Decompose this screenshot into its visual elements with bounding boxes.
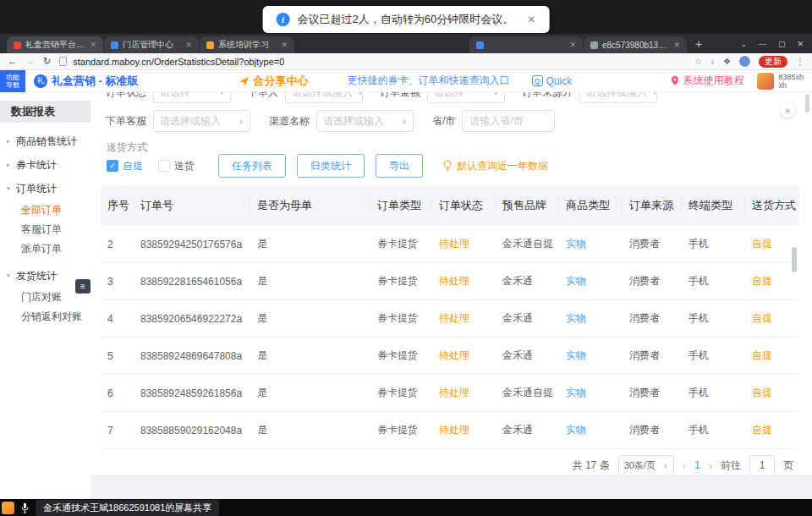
filter-expand-button[interactable]: » (780, 102, 795, 118)
table-row: 2 83859294250176576a 是 券卡提货 待处理 金禾通自提 实物… (101, 226, 799, 263)
download-icon[interactable]: ↓ (710, 57, 715, 66)
task-list-button[interactable]: 任务列表 (218, 154, 286, 178)
column-header-is-parent: 是否为母单 (250, 198, 370, 213)
cell-product-type-link[interactable]: 实物 (559, 386, 623, 400)
brand-logo-icon: 礼 (34, 74, 47, 88)
close-button[interactable]: ✕ (797, 40, 804, 48)
column-header-delivery: 送货方式 (745, 198, 795, 213)
share-icon (239, 75, 250, 86)
page-scrollbar-thumb[interactable] (805, 94, 809, 113)
current-page[interactable]: 1 (694, 459, 700, 471)
filter-label: 下单人 (248, 92, 278, 100)
tab-search-icon[interactable]: ⌄ (740, 40, 747, 48)
browser-tab[interactable]: 门店管理中心 ✕ (104, 36, 199, 53)
channel-name-select[interactable]: 请选择或输入 ∨ (316, 110, 414, 132)
minimize-button[interactable]: — (759, 40, 766, 48)
tab-close-icon[interactable]: ✕ (281, 41, 288, 49)
bulb-icon (442, 160, 453, 172)
column-header-terminal-type: 终端类型 (682, 198, 745, 213)
tab-close-icon[interactable]: ✕ (569, 41, 576, 49)
toast-close-icon[interactable]: ✕ (527, 14, 535, 25)
tab-close-icon[interactable]: ✕ (90, 41, 96, 49)
sidebar-item-order-stats[interactable]: ▾ 订单统计 (0, 177, 91, 200)
sidebar-item-dispatch-orders[interactable]: 派单订单 (0, 239, 91, 259)
reload-icon[interactable]: ↻ (43, 57, 51, 66)
goto-label: 前往 (721, 458, 741, 473)
total-count: 共 17 条 (573, 458, 610, 473)
share-center-link[interactable]: 合分享中心 (239, 74, 309, 89)
microphone-icon[interactable] (21, 502, 29, 513)
table-row: 7 83858859029162048a 是 券卡提货 待处理 金禾通 实物 消… (101, 412, 799, 449)
orders-table: 序号 订单号 是否为母单 订单类型 订单状态 预售品牌 商品类型 订单来源 终端… (101, 185, 799, 449)
maximize-button[interactable]: ▢ (778, 40, 786, 48)
page-size-select[interactable]: 30条/页 ∨ (618, 455, 674, 475)
filter-service-agent: 下单客服 请选择或输入 ∨ (106, 110, 250, 132)
function-nav-button[interactable]: 功能 导航 (0, 70, 25, 92)
cell-product-type-link[interactable]: 实物 (559, 311, 623, 326)
app-logo-icon (2, 502, 14, 514)
classified-stats-button[interactable]: 归类统计 (297, 154, 365, 178)
back-icon[interactable]: ← (8, 57, 17, 66)
cell-order-type: 券卡提货 (370, 386, 432, 400)
sidebar-item-rebate-reconciliation[interactable]: 分销返利对账 (0, 307, 91, 327)
bookmark-star-icon[interactable]: ☆ (694, 57, 702, 66)
browser-menu-icon[interactable]: ⋮ (796, 57, 804, 66)
table-row: 6 83858924859261856a 是 券卡提货 待处理 金禾通自提 实物… (101, 375, 799, 412)
goto-page-input[interactable] (749, 455, 775, 475)
system-tutorial-link[interactable]: 系统使用教程 (671, 74, 743, 88)
browser-tab[interactable]: ✕ (469, 36, 583, 53)
forward-icon[interactable]: → (25, 57, 35, 66)
meeting-top-bar: i 会议已超过2人，自动转为60分钟限时会议。 ✕ (0, 0, 812, 34)
province-city-input[interactable] (462, 110, 555, 132)
cell-product-type-link[interactable]: 实物 (559, 237, 623, 251)
new-tab-button[interactable]: + (695, 37, 702, 51)
cell-order-type: 券卡提货 (370, 237, 432, 251)
table-scrollbar-thumb[interactable] (792, 247, 797, 272)
select-placeholder: 请选择或输入 (160, 114, 221, 129)
cell-is-parent: 是 (250, 237, 370, 251)
chevron-down-icon: ∨ (239, 118, 244, 125)
user-info[interactable]: 8385xh xh (757, 73, 804, 90)
brand: 礼 礼盒营销 - 标准版 (34, 74, 139, 89)
cell-delivery: 自提 (745, 423, 795, 437)
sidebar-collapse-handle[interactable]: ≡ (75, 279, 91, 294)
order-source-select[interactable]: 请选择或输入 ∨ (579, 92, 657, 103)
select-placeholder: 请选择 (434, 92, 464, 100)
browser-profile-avatar[interactable] (739, 56, 750, 67)
next-page-button[interactable]: › (709, 459, 712, 472)
sidebar-item-all-orders[interactable]: 全部订单 (0, 200, 91, 220)
sidebar-item-service-orders[interactable]: 客服订单 (0, 220, 91, 239)
checkbox-delivery[interactable]: 送货 (158, 159, 195, 173)
url-field[interactable]: standard.maboy.cn/OrderStatisticsDetail?… (59, 57, 702, 67)
prev-page-button[interactable]: ‹ (683, 459, 686, 472)
cell-brand: 金禾通自提 (496, 237, 559, 251)
sidebar-section-data-reports[interactable]: 数据报表 (0, 101, 91, 123)
cell-is-parent: 是 (250, 349, 370, 363)
tab-close-icon[interactable]: ✕ (185, 41, 192, 49)
cell-status: 待处理 (432, 386, 496, 400)
checkbox-self-pickup[interactable]: ✓ 自提 (107, 159, 143, 173)
browser-tab[interactable]: 系统培训学习 ✕ (200, 36, 294, 53)
sidebar-item-product-sales-stats[interactable]: ▸ 商品销售统计 (0, 129, 91, 153)
filter-label: 订单金额 (380, 92, 420, 100)
order-status-select[interactable]: 请选择 ∨ (153, 92, 231, 103)
extensions-icon[interactable]: ❖ (723, 57, 731, 66)
cell-order-no: 83858924859261856a (134, 387, 250, 399)
quick-link[interactable]: Q Quick (532, 75, 573, 87)
cell-product-type-link[interactable]: 实物 (559, 423, 623, 437)
browser-tab[interactable]: e8c573980b13a28a258fd2e6f ✕ (584, 36, 687, 53)
delivery-method-label: 送货方式 (107, 140, 147, 155)
service-agent-select[interactable]: 请选择或输入 ∨ (153, 110, 250, 132)
sidebar-item-coupon-stats[interactable]: ▸ 券卡统计 (0, 153, 91, 177)
buyer-select[interactable]: 请选择或输入 ∨ (285, 92, 363, 103)
browser-tab-active[interactable]: 礼盒营销平台管理中心 ✕ (7, 36, 103, 53)
filter-label: 省/市 (432, 114, 455, 129)
cell-product-type-link[interactable]: 实物 (559, 349, 623, 363)
browser-update-button[interactable]: 更新 (759, 56, 787, 68)
export-button[interactable]: 导出 (376, 154, 423, 178)
cell-product-type-link[interactable]: 实物 (559, 274, 623, 288)
tab-close-icon[interactable]: ✕ (673, 41, 680, 49)
order-amount-select[interactable]: 请选择 ∨ (427, 92, 505, 103)
cell-order-no: 83859294250176576a (134, 239, 250, 250)
filter-order-amount: 订单金额 请选择 ∨ (380, 92, 505, 103)
